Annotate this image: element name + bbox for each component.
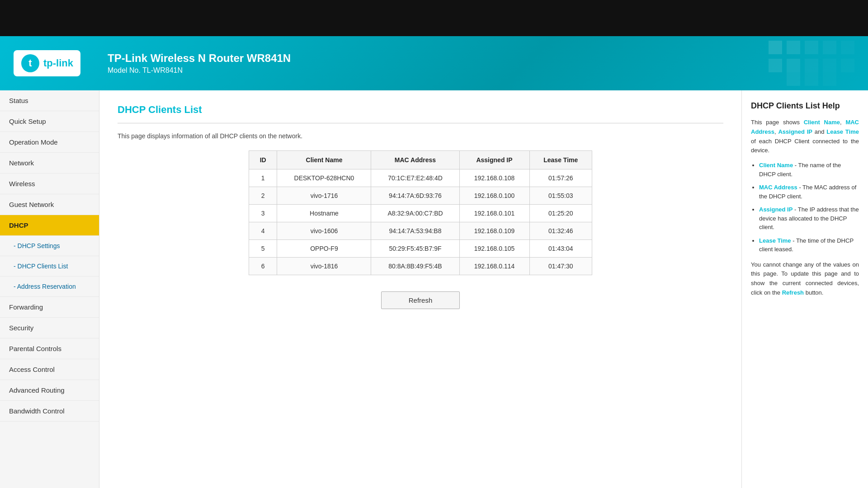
sidebar-item-dhcp-clients-list[interactable]: - DHCP Clients List (0, 256, 99, 277)
cell-client_name-3: Hostname (277, 205, 371, 222)
cell-lease-3: 01:25:20 (529, 205, 592, 222)
dhcp-clients-table: ID Client Name MAC Address Assigned IP L… (249, 150, 592, 275)
svg-rect-2 (769, 41, 782, 54)
cell-id-2: 2 (249, 187, 277, 205)
help-bullet-ip: Assigned IP - The IP address that the de… (759, 205, 859, 232)
svg-rect-5 (823, 41, 836, 54)
svg-text:t: t (28, 57, 32, 69)
cell-lease-5: 01:43:04 (529, 240, 592, 258)
cell-id-3: 3 (249, 205, 277, 222)
help-highlight-client-name: Client Name (804, 119, 840, 126)
cell-id-1: 1 (249, 169, 277, 187)
svg-rect-4 (805, 41, 818, 54)
cell-mac-4: 94:14:7A:53:94:B8 (371, 222, 459, 240)
cell-id-5: 5 (249, 240, 277, 258)
sidebar-item-quick-setup[interactable]: Quick Setup (0, 111, 99, 132)
svg-rect-3 (787, 41, 800, 54)
model-number: Model No. TL-WR841N (108, 66, 291, 75)
col-lease-time: Lease Time (529, 151, 592, 169)
table-row: 4vivo-160694:14:7A:53:94:B8192.168.0.109… (249, 222, 592, 240)
divider (118, 123, 723, 123)
sidebar-item-parental-controls[interactable]: Parental Controls (0, 338, 99, 359)
svg-rect-11 (841, 59, 854, 72)
svg-rect-6 (841, 41, 854, 54)
cell-ip-3: 192.168.0.101 (459, 205, 529, 222)
sidebar-item-dhcp[interactable]: DHCP (0, 215, 99, 236)
brand-name: tp-link (43, 57, 73, 69)
svg-rect-13 (805, 72, 818, 86)
cell-client_name-1: DESKTOP-628HCN0 (277, 169, 371, 187)
cell-mac-3: A8:32:9A:00:C7:BD (371, 205, 459, 222)
cell-ip-5: 192.168.0.105 (459, 240, 529, 258)
content-area: DHCP Clients List This page displays inf… (99, 90, 741, 488)
cell-lease-2: 01:55:03 (529, 187, 592, 205)
help-bullets: Client Name - The name of the DHCP clien… (759, 161, 859, 254)
svg-rect-9 (805, 59, 818, 72)
help-bullet-mac: MAC Address - The MAC address of the DHC… (759, 183, 859, 201)
refresh-button-wrap: Refresh (118, 291, 723, 309)
table-row: 3HostnameA8:32:9A:00:C7:BD192.168.0.1010… (249, 205, 592, 222)
table-row: 1DESKTOP-628HCN070:1C:E7:E2:48:4D192.168… (249, 169, 592, 187)
router-title: TP-Link Wireless N Router WR841N (108, 52, 291, 65)
cell-ip-2: 192.168.0.100 (459, 187, 529, 205)
cell-ip-4: 192.168.0.109 (459, 222, 529, 240)
sidebar-item-advanced-routing[interactable]: Advanced Routing (0, 380, 99, 401)
svg-rect-7 (769, 59, 782, 72)
header-title: TP-Link Wireless N Router WR841N Model N… (108, 52, 291, 75)
sidebar: Status Quick Setup Operation Mode Networ… (0, 90, 99, 488)
cell-client_name-6: vivo-1816 (277, 258, 371, 275)
help-bullet-client-name: Client Name - The name of the DHCP clien… (759, 161, 859, 178)
table-row: 2vivo-171694:14:7A:6D:93:76192.168.0.100… (249, 187, 592, 205)
col-assigned-ip: Assigned IP (459, 151, 529, 169)
sidebar-item-operation-mode[interactable]: Operation Mode (0, 132, 99, 153)
cell-mac-5: 50:29:F5:45:B7:9F (371, 240, 459, 258)
sidebar-item-security[interactable]: Security (0, 318, 99, 338)
sidebar-item-address-reservation[interactable]: - Address Reservation (0, 277, 99, 297)
cell-mac-6: 80:8A:8B:49:F5:4B (371, 258, 459, 275)
table-row: 6vivo-181680:8A:8B:49:F5:4B192.168.0.114… (249, 258, 592, 275)
description: This page displays information of all DH… (118, 132, 723, 140)
sidebar-item-network[interactable]: Network (0, 153, 99, 174)
logo-wrap: t tp-link (14, 50, 80, 76)
cell-ip-6: 192.168.0.114 (459, 258, 529, 275)
col-mac-address: MAC Address (371, 151, 459, 169)
sidebar-item-access-control[interactable]: Access Control (0, 359, 99, 380)
cell-client_name-5: OPPO-F9 (277, 240, 371, 258)
cell-client_name-4: vivo-1606 (277, 222, 371, 240)
table-row: 5OPPO-F950:29:F5:45:B7:9F192.168.0.10501… (249, 240, 592, 258)
help-highlight-lease: Lease Time (826, 128, 859, 135)
col-client-name: Client Name (277, 151, 371, 169)
refresh-button[interactable]: Refresh (381, 291, 460, 309)
help-footer: You cannot change any of the values on t… (751, 260, 859, 298)
sidebar-item-bandwidth-control[interactable]: Bandwidth Control (0, 401, 99, 422)
cell-lease-4: 01:32:46 (529, 222, 592, 240)
svg-rect-14 (823, 72, 836, 86)
sidebar-item-guest-network[interactable]: Guest Network (0, 194, 99, 215)
svg-rect-8 (787, 59, 800, 72)
sidebar-item-dhcp-settings[interactable]: - DHCP Settings (0, 236, 99, 256)
help-intro: This page shows Client Name, MAC Address… (751, 118, 859, 155)
cell-id-6: 6 (249, 258, 277, 275)
cell-id-4: 4 (249, 222, 277, 240)
header: t tp-link TP-Link Wireless N Router WR84… (0, 36, 868, 90)
cell-ip-1: 192.168.0.108 (459, 169, 529, 187)
help-highlight-ip: Assigned IP (778, 128, 812, 135)
sidebar-item-forwarding[interactable]: Forwarding (0, 297, 99, 318)
sidebar-item-wireless[interactable]: Wireless (0, 174, 99, 194)
svg-rect-10 (823, 59, 836, 72)
top-bar (0, 0, 868, 36)
main-layout: Status Quick Setup Operation Mode Networ… (0, 90, 868, 488)
svg-rect-12 (787, 72, 800, 86)
cell-lease-1: 01:57:26 (529, 169, 592, 187)
page-title: DHCP Clients List (118, 104, 723, 116)
cell-mac-1: 70:1C:E7:E2:48:4D (371, 169, 459, 187)
help-refresh-link: Refresh (782, 289, 804, 296)
cell-client_name-2: vivo-1716 (277, 187, 371, 205)
sidebar-item-status[interactable]: Status (0, 90, 99, 111)
help-bullet-lease: Lease Time - The time of the DHCP client… (759, 236, 859, 254)
help-title: DHCP Clients List Help (751, 101, 859, 111)
header-decoration (687, 36, 868, 90)
cell-mac-2: 94:14:7A:6D:93:76 (371, 187, 459, 205)
help-panel: DHCP Clients List Help This page shows C… (741, 90, 868, 488)
tp-link-icon: t (21, 54, 40, 73)
